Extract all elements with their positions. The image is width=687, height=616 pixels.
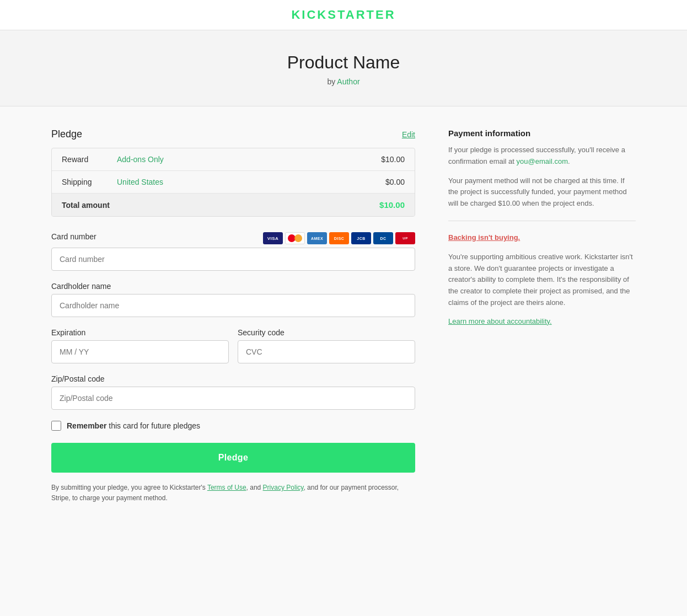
kickstarter-logo: KICKSTARTER [0, 8, 687, 22]
mastercard-icon [285, 232, 305, 244]
zip-code-input[interactable] [51, 387, 415, 410]
backing-title: Backing isn't buying. [448, 232, 636, 244]
total-label: Total amount [62, 201, 110, 210]
confirmation-text: If your pledge is processed successfully… [448, 144, 636, 168]
pledge-table: Reward Add-ons Only $10.00 Shipping Unit… [51, 148, 415, 217]
total-amount: $10.00 [379, 200, 405, 210]
pledge-title: Pledge [51, 128, 82, 140]
payment-info-title: Payment information [448, 128, 636, 138]
learn-more-link[interactable]: Learn more about accountability. [448, 317, 552, 325]
amex-icon: AMEX [307, 232, 327, 244]
divider [448, 221, 636, 221]
confirmation-email[interactable]: you@email.com [517, 157, 568, 165]
edit-link[interactable]: Edit [402, 130, 415, 139]
privacy-link[interactable]: Privacy Policy [263, 484, 304, 491]
reward-amount: $10.00 [381, 155, 405, 164]
footer-before: By submitting your pledge, you agree to … [51, 484, 207, 491]
security-code-input[interactable] [238, 340, 415, 363]
pledge-header: Pledge Edit [51, 128, 415, 140]
discover-icon: DISC [329, 232, 349, 244]
by-text: by [327, 77, 335, 86]
jcb-icon: JCB [351, 232, 371, 244]
zip-code-label: Zip/Postal code [51, 374, 415, 383]
cardholder-name-section: Cardholder name [51, 282, 415, 317]
footer-middle: , and [246, 484, 263, 491]
main-content: Pledge Edit Reward Add-ons Only $10.00 S… [40, 106, 647, 526]
reward-label: Reward [62, 155, 106, 164]
cardholder-name-label: Cardholder name [51, 282, 415, 291]
exp-security-row: Expiration Security code [51, 328, 415, 374]
remember-card-row: Remember this card for future pledges [51, 421, 415, 431]
remember-bold: Remember [67, 421, 106, 430]
pledge-button[interactable]: Pledge [51, 443, 415, 473]
author-line: by Author [11, 77, 676, 86]
remember-card-checkbox[interactable] [51, 421, 61, 431]
shipping-label: Shipping [62, 178, 106, 186]
pledge-row-reward: Reward Add-ons Only $10.00 [52, 148, 415, 171]
reward-value[interactable]: Add-ons Only [117, 155, 381, 164]
terms-link[interactable]: Terms of Use [207, 484, 246, 491]
right-column: Payment information If your pledge is pr… [448, 128, 636, 325]
zip-code-section: Zip/Postal code [51, 374, 415, 410]
card-icons: VISA AMEX DISC JCB DC UP [263, 232, 415, 244]
expiration-section: Expiration [51, 328, 229, 363]
confirmation-after: . [568, 157, 570, 165]
left-column: Pledge Edit Reward Add-ons Only $10.00 S… [51, 128, 415, 503]
charge-text: Your payment method will not be charged … [448, 175, 636, 210]
security-code-label: Security code [238, 328, 415, 337]
card-number-section: Card number VISA AMEX DISC JCB DC UP [51, 232, 415, 271]
card-number-label: Card number [51, 232, 96, 241]
expiration-label: Expiration [51, 328, 229, 337]
hero-section: Product Name by Author [0, 30, 687, 106]
shipping-amount: $0.00 [385, 178, 405, 186]
visa-icon: VISA [263, 232, 283, 244]
footer-text: By submitting your pledge, you agree to … [51, 483, 415, 503]
expiration-input[interactable] [51, 340, 229, 363]
backing-title-before: Backing isn't buying. [448, 233, 520, 242]
author-link[interactable]: Author [337, 77, 359, 86]
security-code-section: Security code [238, 328, 415, 363]
card-number-input[interactable] [51, 248, 415, 271]
backing-text: You're supporting ambitious creative wor… [448, 251, 636, 309]
product-name: Product Name [11, 52, 676, 73]
pledge-row-shipping: Shipping United States $0.00 [52, 171, 415, 194]
cardholder-name-input[interactable] [51, 294, 415, 317]
pledge-row-total: Total amount $10.00 [52, 194, 415, 216]
unionpay-icon: UP [395, 232, 415, 244]
remember-card-label[interactable]: Remember this card for future pledges [67, 421, 200, 430]
header: KICKSTARTER [0, 0, 687, 30]
remember-rest: this card for future pledges [106, 421, 200, 430]
shipping-value[interactable]: United States [117, 178, 385, 186]
diners-icon: DC [373, 232, 393, 244]
